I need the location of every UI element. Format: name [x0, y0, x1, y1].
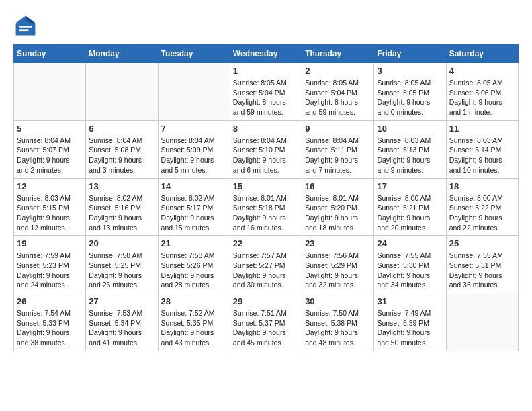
day-number: 9 — [305, 124, 371, 134]
calendar-cell: 5Sunrise: 8:04 AM Sunset: 5:07 PM Daylig… — [14, 120, 86, 178]
day-content: Sunrise: 8:05 AM Sunset: 5:05 PM Dayligh… — [377, 78, 443, 118]
calendar-cell: 24Sunrise: 7:55 AM Sunset: 5:30 PM Dayli… — [374, 236, 446, 293]
calendar-cell: 7Sunrise: 8:04 AM Sunset: 5:09 PM Daylig… — [158, 120, 230, 178]
day-content: Sunrise: 8:04 AM Sunset: 5:07 PM Dayligh… — [17, 136, 83, 175]
calendar-cell: 28Sunrise: 7:52 AM Sunset: 5:35 PM Dayli… — [158, 293, 230, 351]
day-header-tuesday: Tuesday — [158, 45, 230, 63]
calendar-cell: 17Sunrise: 8:00 AM Sunset: 5:21 PM Dayli… — [374, 178, 446, 236]
calendar-header-row: SundayMondayTuesdayWednesdayThursdayFrid… — [14, 45, 519, 63]
day-content: Sunrise: 7:53 AM Sunset: 5:34 PM Dayligh… — [89, 308, 154, 348]
day-content: Sunrise: 7:52 AM Sunset: 5:35 PM Dayligh… — [161, 308, 227, 348]
day-content: Sunrise: 8:03 AM Sunset: 5:15 PM Dayligh… — [17, 193, 83, 233]
day-content: Sunrise: 8:00 AM Sunset: 5:21 PM Dayligh… — [377, 193, 443, 233]
day-content: Sunrise: 8:01 AM Sunset: 5:18 PM Dayligh… — [233, 193, 299, 233]
day-content: Sunrise: 7:58 AM Sunset: 5:26 PM Dayligh… — [161, 250, 227, 290]
day-number: 28 — [161, 296, 227, 306]
day-number: 24 — [377, 238, 443, 248]
day-number: 19 — [17, 238, 83, 248]
calendar-cell: 9Sunrise: 8:04 AM Sunset: 5:11 PM Daylig… — [302, 120, 374, 178]
day-number: 12 — [17, 181, 83, 191]
day-number: 1 — [233, 66, 299, 76]
day-content: Sunrise: 8:05 AM Sunset: 5:04 PM Dayligh… — [233, 78, 299, 118]
day-content: Sunrise: 8:04 AM Sunset: 5:11 PM Dayligh… — [305, 136, 371, 175]
day-number: 10 — [377, 124, 443, 134]
calendar-cell: 29Sunrise: 7:51 AM Sunset: 5:37 PM Dayli… — [230, 293, 302, 351]
calendar-cell: 21Sunrise: 7:58 AM Sunset: 5:26 PM Dayli… — [158, 236, 230, 293]
day-number: 3 — [377, 66, 443, 76]
day-content: Sunrise: 7:54 AM Sunset: 5:33 PM Dayligh… — [17, 308, 83, 348]
day-number: 26 — [17, 296, 83, 306]
week-row-1: 1Sunrise: 8:05 AM Sunset: 5:04 PM Daylig… — [14, 63, 519, 121]
day-content: Sunrise: 8:00 AM Sunset: 5:22 PM Dayligh… — [449, 193, 515, 233]
calendar-cell: 10Sunrise: 8:03 AM Sunset: 5:13 PM Dayli… — [374, 120, 446, 178]
day-content: Sunrise: 7:58 AM Sunset: 5:25 PM Dayligh… — [89, 250, 154, 290]
calendar-cell: 25Sunrise: 7:55 AM Sunset: 5:31 PM Dayli… — [446, 236, 518, 293]
day-content: Sunrise: 8:04 AM Sunset: 5:10 PM Dayligh… — [233, 136, 299, 175]
day-content: Sunrise: 7:57 AM Sunset: 5:27 PM Dayligh… — [233, 250, 299, 290]
calendar-cell: 26Sunrise: 7:54 AM Sunset: 5:33 PM Dayli… — [14, 293, 86, 351]
day-content: Sunrise: 7:50 AM Sunset: 5:38 PM Dayligh… — [305, 308, 371, 348]
day-header-friday: Friday — [374, 45, 446, 63]
calendar-cell: 1Sunrise: 8:05 AM Sunset: 5:04 PM Daylig… — [230, 63, 302, 121]
day-content: Sunrise: 8:04 AM Sunset: 5:09 PM Dayligh… — [161, 136, 227, 175]
day-content: Sunrise: 7:55 AM Sunset: 5:30 PM Dayligh… — [377, 250, 443, 290]
calendar-cell: 14Sunrise: 8:02 AM Sunset: 5:17 PM Dayli… — [158, 178, 230, 236]
calendar-cell: 31Sunrise: 7:49 AM Sunset: 5:39 PM Dayli… — [374, 293, 446, 351]
day-number: 16 — [305, 181, 371, 191]
calendar-cell: 20Sunrise: 7:58 AM Sunset: 5:25 PM Dayli… — [86, 236, 158, 293]
day-header-saturday: Saturday — [446, 45, 518, 63]
day-number: 25 — [449, 238, 515, 248]
day-number: 4 — [449, 66, 515, 76]
day-number: 14 — [161, 181, 227, 191]
calendar-cell: 16Sunrise: 8:01 AM Sunset: 5:20 PM Dayli… — [302, 178, 374, 236]
day-content: Sunrise: 7:59 AM Sunset: 5:23 PM Dayligh… — [17, 250, 83, 290]
day-number: 31 — [377, 296, 443, 306]
day-content: Sunrise: 7:49 AM Sunset: 5:39 PM Dayligh… — [377, 308, 443, 348]
day-number: 23 — [305, 238, 371, 248]
day-content: Sunrise: 7:51 AM Sunset: 5:37 PM Dayligh… — [233, 308, 299, 348]
calendar-cell: 11Sunrise: 8:03 AM Sunset: 5:14 PM Dayli… — [446, 120, 518, 178]
week-row-4: 19Sunrise: 7:59 AM Sunset: 5:23 PM Dayli… — [14, 236, 519, 293]
day-number: 27 — [89, 296, 154, 306]
logo-icon — [13, 13, 38, 38]
calendar-cell: 3Sunrise: 8:05 AM Sunset: 5:05 PM Daylig… — [374, 63, 446, 121]
day-number: 6 — [89, 124, 154, 134]
day-number: 18 — [449, 181, 515, 191]
calendar-cell: 6Sunrise: 8:04 AM Sunset: 5:08 PM Daylig… — [86, 120, 158, 178]
day-header-monday: Monday — [86, 45, 158, 63]
day-number: 5 — [17, 124, 83, 134]
calendar-cell: 8Sunrise: 8:04 AM Sunset: 5:10 PM Daylig… — [230, 120, 302, 178]
calendar-cell: 19Sunrise: 7:59 AM Sunset: 5:23 PM Dayli… — [14, 236, 86, 293]
day-header-thursday: Thursday — [302, 45, 374, 63]
svg-rect-3 — [19, 29, 29, 31]
day-number: 17 — [377, 181, 443, 191]
calendar-cell: 23Sunrise: 7:56 AM Sunset: 5:29 PM Dayli… — [302, 236, 374, 293]
logo — [13, 13, 42, 38]
calendar-cell — [158, 63, 230, 121]
day-number: 21 — [161, 238, 227, 248]
day-header-sunday: Sunday — [14, 45, 86, 63]
day-number: 8 — [233, 124, 299, 134]
svg-rect-2 — [19, 26, 32, 28]
day-number: 30 — [305, 296, 371, 306]
day-content: Sunrise: 8:05 AM Sunset: 5:04 PM Dayligh… — [305, 78, 371, 118]
day-content: Sunrise: 8:02 AM Sunset: 5:16 PM Dayligh… — [89, 193, 154, 233]
day-content: Sunrise: 8:02 AM Sunset: 5:17 PM Dayligh… — [161, 193, 227, 233]
day-content: Sunrise: 7:56 AM Sunset: 5:29 PM Dayligh… — [305, 250, 371, 290]
calendar-cell: 4Sunrise: 8:05 AM Sunset: 5:06 PM Daylig… — [446, 63, 518, 121]
day-number: 2 — [305, 66, 371, 76]
calendar-cell: 13Sunrise: 8:02 AM Sunset: 5:16 PM Dayli… — [86, 178, 158, 236]
calendar-cell: 18Sunrise: 8:00 AM Sunset: 5:22 PM Dayli… — [446, 178, 518, 236]
day-number: 7 — [161, 124, 227, 134]
day-number: 22 — [233, 238, 299, 248]
calendar-cell — [446, 293, 518, 351]
day-number: 13 — [89, 181, 154, 191]
calendar-cell: 2Sunrise: 8:05 AM Sunset: 5:04 PM Daylig… — [302, 63, 374, 121]
calendar-table: SundayMondayTuesdayWednesdayThursdayFrid… — [13, 44, 519, 351]
day-number: 15 — [233, 181, 299, 191]
week-row-5: 26Sunrise: 7:54 AM Sunset: 5:33 PM Dayli… — [14, 293, 519, 351]
day-number: 20 — [89, 238, 154, 248]
day-content: Sunrise: 8:01 AM Sunset: 5:20 PM Dayligh… — [305, 193, 371, 233]
week-row-2: 5Sunrise: 8:04 AM Sunset: 5:07 PM Daylig… — [14, 120, 519, 178]
calendar-cell: 27Sunrise: 7:53 AM Sunset: 5:34 PM Dayli… — [86, 293, 158, 351]
